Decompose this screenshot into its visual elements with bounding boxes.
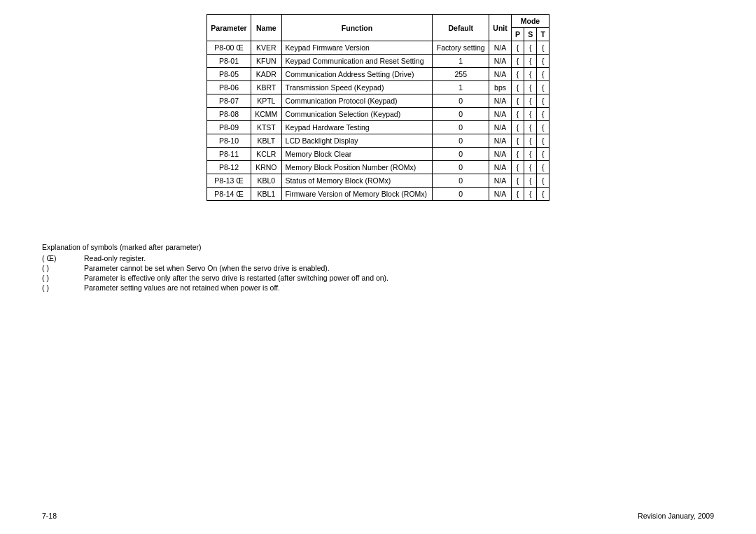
cell-2-5: { — [511, 68, 524, 81]
cell-11-6: { — [524, 188, 537, 201]
cell-1-3: 1 — [433, 55, 489, 68]
cell-10-0: P8-13 Œ — [207, 174, 251, 188]
mode-s: S — [524, 28, 537, 41]
cell-1-6: { — [524, 55, 537, 68]
cell-11-3: 0 — [433, 188, 489, 201]
cell-0-2: Keypad Firmware Version — [281, 41, 433, 55]
cell-9-5: { — [511, 161, 524, 174]
cell-2-0: P8-05 — [207, 68, 251, 81]
cell-7-2: LCD Backlight Display — [281, 134, 433, 148]
cell-2-7: { — [537, 68, 550, 81]
col-header-mode: Mode — [511, 15, 549, 28]
cell-0-3: Factory setting — [433, 41, 489, 55]
footnote-item-1: ( )Parameter cannot be set when Servo On… — [42, 264, 756, 272]
col-header-name: Name — [251, 15, 282, 41]
table-row: P8-08KCMMCommunication Selection (Keypad… — [207, 108, 550, 121]
mode-t: T — [537, 28, 550, 41]
cell-3-2: Transmission Speed (Keypad) — [281, 81, 433, 94]
col-header-parameter: Parameter — [207, 15, 251, 41]
table-row: P8-13 ŒKBL0Status of Memory Block (ROMx)… — [207, 174, 550, 188]
cell-8-3: 0 — [433, 148, 489, 161]
mode-p: P — [511, 28, 524, 41]
cell-4-2: Communication Protocol (Keypad) — [281, 94, 433, 108]
cell-4-1: KPTL — [251, 94, 282, 108]
cell-5-4: N/A — [489, 108, 512, 121]
cell-6-3: 0 — [433, 121, 489, 134]
cell-11-5: { — [511, 188, 524, 201]
cell-0-0: P8-00 Œ — [207, 41, 251, 55]
cell-9-3: 0 — [433, 161, 489, 174]
cell-5-5: { — [511, 108, 524, 121]
cell-5-3: 0 — [433, 108, 489, 121]
col-header-function: Function — [281, 15, 433, 41]
page-number: 7-18 — [42, 512, 57, 520]
cell-8-4: N/A — [489, 148, 512, 161]
cell-11-2: Firmware Version of Memory Block (ROMx) — [281, 188, 433, 201]
table-row: P8-01KFUNKeypad Communication and Reset … — [207, 55, 550, 68]
cell-0-5: { — [511, 41, 524, 55]
footnote-text-2: Parameter is effective only after the se… — [84, 274, 388, 282]
cell-4-7: { — [537, 94, 550, 108]
cell-7-1: KBLT — [251, 134, 282, 148]
cell-11-7: { — [537, 188, 550, 201]
table-row: P8-09KTSTKeypad Hardware Testing0N/A{{{ — [207, 121, 550, 134]
cell-11-1: KBL1 — [251, 188, 282, 201]
cell-6-0: P8-09 — [207, 121, 251, 134]
cell-9-6: { — [524, 161, 537, 174]
cell-4-6: { — [524, 94, 537, 108]
cell-10-5: { — [511, 174, 524, 188]
footnotes-section: Explanation of symbols (marked after par… — [42, 243, 756, 292]
cell-8-6: { — [524, 148, 537, 161]
cell-6-2: Keypad Hardware Testing — [281, 121, 433, 134]
cell-0-7: { — [537, 41, 550, 55]
table-row: P8-11KCLRMemory Block Clear0N/A{{{ — [207, 148, 550, 161]
cell-3-7: { — [537, 81, 550, 94]
cell-3-3: 1 — [433, 81, 489, 94]
cell-3-4: bps — [489, 81, 512, 94]
cell-4-5: { — [511, 94, 524, 108]
cell-3-5: { — [511, 81, 524, 94]
cell-3-6: { — [524, 81, 537, 94]
cell-4-0: P8-07 — [207, 94, 251, 108]
col-header-unit: Unit — [489, 15, 512, 41]
cell-8-5: { — [511, 148, 524, 161]
cell-5-7: { — [537, 108, 550, 121]
table-row: P8-00 ŒKVERKeypad Firmware VersionFactor… — [207, 41, 550, 55]
table-row: P8-10KBLTLCD Backlight Display0N/A{{{ — [207, 134, 550, 148]
cell-1-2: Keypad Communication and Reset Setting — [281, 55, 433, 68]
cell-9-0: P8-12 — [207, 161, 251, 174]
footnote-item-2: ( )Parameter is effective only after the… — [42, 274, 756, 282]
cell-9-7: { — [537, 161, 550, 174]
cell-1-1: KFUN — [251, 55, 282, 68]
cell-7-7: { — [537, 134, 550, 148]
cell-1-4: N/A — [489, 55, 512, 68]
footnote-symbol-2: ( ) — [42, 274, 84, 282]
cell-6-5: { — [511, 121, 524, 134]
cell-5-1: KCMM — [251, 108, 282, 121]
table-row: P8-14 ŒKBL1Firmware Version of Memory Bl… — [207, 188, 550, 201]
table-row: P8-06KBRTTransmission Speed (Keypad)1bps… — [207, 81, 550, 94]
cell-0-6: { — [524, 41, 537, 55]
cell-4-3: 0 — [433, 94, 489, 108]
footnotes-title: Explanation of symbols (marked after par… — [42, 243, 756, 251]
cell-7-4: N/A — [489, 134, 512, 148]
cell-2-4: N/A — [489, 68, 512, 81]
col-header-default: Default — [433, 15, 489, 41]
cell-10-4: N/A — [489, 174, 512, 188]
cell-8-2: Memory Block Clear — [281, 148, 433, 161]
cell-9-1: KRNO — [251, 161, 282, 174]
footnote-symbol-1: ( ) — [42, 264, 84, 272]
cell-4-4: N/A — [489, 94, 512, 108]
cell-1-5: { — [511, 55, 524, 68]
footnote-item-3: ( )Parameter setting values are not reta… — [42, 283, 756, 292]
cell-7-3: 0 — [433, 134, 489, 148]
cell-1-0: P8-01 — [207, 55, 251, 68]
cell-5-6: { — [524, 108, 537, 121]
cell-1-7: { — [537, 55, 550, 68]
cell-10-6: { — [524, 174, 537, 188]
footnote-text-0: Read-only register. — [84, 254, 146, 262]
cell-5-2: Communication Selection (Keypad) — [281, 108, 433, 121]
cell-2-1: KADR — [251, 68, 282, 81]
cell-10-3: 0 — [433, 174, 489, 188]
footnote-item-0: ( Œ)Read-only register. — [42, 254, 756, 262]
